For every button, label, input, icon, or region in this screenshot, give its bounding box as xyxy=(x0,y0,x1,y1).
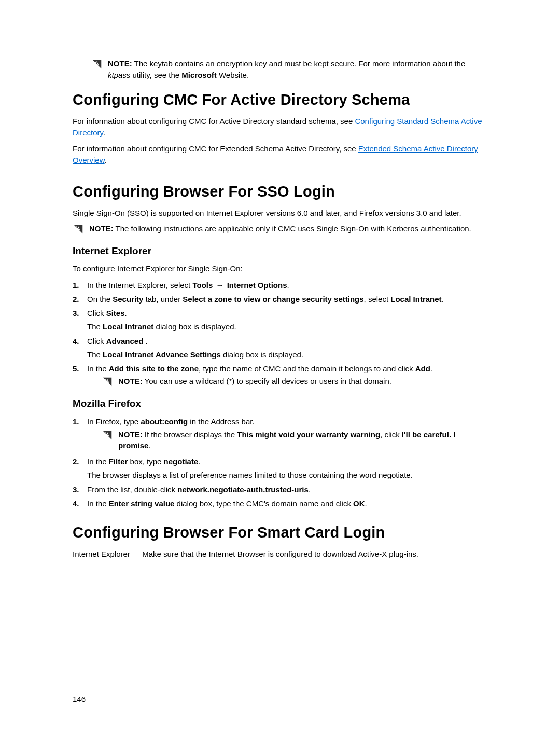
step: In Firefox, type about:config in the Add… xyxy=(73,416,487,451)
heading-smart-card: Configuring Browser For Smart Card Login xyxy=(73,524,487,541)
step-sub: The browser displays a list of preferenc… xyxy=(87,469,487,481)
note-sso-kerberos: NOTE: The following instructions are app… xyxy=(73,223,487,235)
note-icon xyxy=(73,224,84,235)
note-text: NOTE: If the browser displays the This m… xyxy=(118,429,487,452)
heading-cmc-ad-schema: Configuring CMC For Active Directory Sch… xyxy=(73,91,487,108)
note-keytab: NOTE: The keytab contains an encryption … xyxy=(91,58,487,81)
note-text: NOTE: The following instructions are app… xyxy=(89,223,487,235)
document-page: NOTE: The keytab contains an encryption … xyxy=(0,0,560,744)
step: From the list, double-click network.nego… xyxy=(73,484,487,495)
step: Click Advanced . The Local Intranet Adva… xyxy=(73,335,487,361)
note-label: NOTE: xyxy=(118,430,143,439)
paragraph: For information about configuring CMC fo… xyxy=(73,116,487,139)
step: In the Enter string value dialog box, ty… xyxy=(73,498,487,509)
heading-ie: Internet Explorer xyxy=(73,245,487,257)
note-icon xyxy=(91,59,103,70)
steps-firefox: In Firefox, type about:config in the Add… xyxy=(73,416,487,509)
paragraph: Internet Explorer — Make sure that the I… xyxy=(73,548,487,560)
note-label: NOTE: xyxy=(108,59,132,68)
note-wildcard: NOTE: You can use a wildcard (*) to spec… xyxy=(102,376,487,388)
heading-firefox: Mozilla Firefox xyxy=(73,398,487,409)
step: On the Security tab, under Select a zone… xyxy=(73,293,487,305)
paragraph: For information about configuring CMC fo… xyxy=(73,143,487,167)
note-label: NOTE: xyxy=(118,377,143,385)
heading-sso-login: Configuring Browser For SSO Login xyxy=(73,183,487,200)
note-icon xyxy=(102,376,113,388)
step: In the Internet Explorer, select Tools →… xyxy=(73,279,487,291)
step: Click Sites. The Local Intranet dialog b… xyxy=(73,307,487,333)
paragraph: To configure Internet Explorer for Singl… xyxy=(73,263,487,275)
paragraph: Single Sign-On (SSO) is supported on Int… xyxy=(73,208,487,219)
step-sub: The Local Intranet Advance Settings dial… xyxy=(87,349,487,361)
note-text: NOTE: The keytab contains an encryption … xyxy=(108,58,487,81)
note-warranty: NOTE: If the browser displays the This m… xyxy=(102,429,487,452)
step-sub: The Local Intranet dialog box is display… xyxy=(87,321,487,333)
note-icon xyxy=(102,430,113,441)
note-label: NOTE: xyxy=(89,224,114,233)
steps-ie: In the Internet Explorer, select Tools →… xyxy=(73,279,487,388)
step: In the Filter box, type negotiate. The b… xyxy=(73,456,487,481)
note-text: NOTE: You can use a wildcard (*) to spec… xyxy=(118,376,487,387)
page-number: 146 xyxy=(73,695,86,704)
step: In the Add this site to the zone, type t… xyxy=(73,363,487,388)
